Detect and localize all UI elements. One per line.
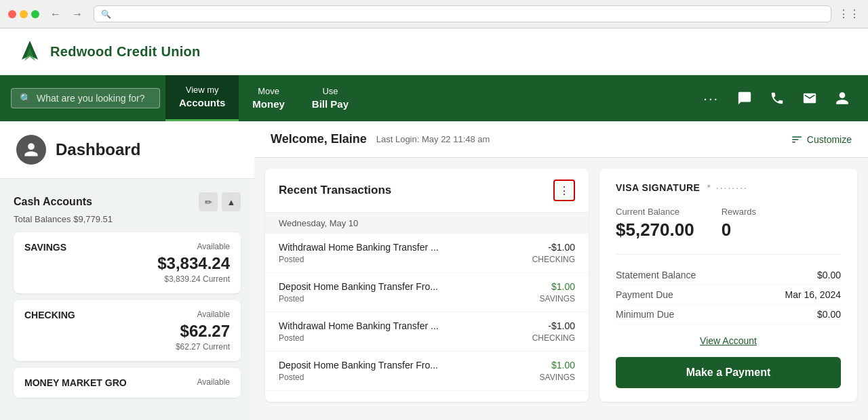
browser-chrome: ← → 🔍 ⋮⋮ bbox=[0, 0, 868, 28]
transactions-menu-button[interactable]: ⋮ bbox=[553, 180, 575, 201]
transaction-desc-1: Deposit Home Banking Transfer Fro... bbox=[279, 281, 438, 292]
user-icon bbox=[835, 91, 850, 106]
transaction-desc-2: Withdrawal Home Banking Transfer ... bbox=[279, 320, 439, 331]
welcome-bar: Welcome, Elaine Last Login: May 22 11:48… bbox=[254, 121, 868, 158]
view-account-button[interactable]: View Account bbox=[616, 335, 841, 346]
nav-item-billpay-bottom: Bill Pay bbox=[312, 98, 349, 111]
transaction-type-0: CHECKING bbox=[532, 255, 575, 264]
close-traffic-light[interactable] bbox=[8, 10, 16, 18]
nav-item-money-top: Move bbox=[258, 86, 279, 98]
rewards-label: Rewards bbox=[722, 207, 756, 217]
nav-icons: ··· bbox=[695, 83, 857, 113]
sidebar: Dashboard Cash Accounts ✏ ▲ Total Balanc… bbox=[0, 121, 254, 420]
make-payment-button[interactable]: Make a Payment bbox=[616, 357, 841, 388]
mail-button[interactable] bbox=[795, 83, 825, 113]
transaction-item-0[interactable]: Withdrawal Home Banking Transfer ... -$1… bbox=[265, 234, 589, 273]
payment-due-label: Payment Due bbox=[616, 289, 673, 300]
nav-item-accounts-top: View my bbox=[186, 85, 219, 96]
app-container: Redwood Credit Union 🔍 What are you look… bbox=[0, 28, 868, 420]
money-market-card[interactable]: MONEY MARKET GRO Available bbox=[14, 368, 241, 398]
transaction-item-3[interactable]: Deposit Home Banking Transfer Fro... $1.… bbox=[265, 352, 589, 391]
transaction-item-2[interactable]: Withdrawal Home Banking Transfer ... -$1… bbox=[265, 312, 589, 352]
nav-item-billpay[interactable]: Use Bill Pay bbox=[298, 75, 362, 121]
checking-current: $62.27 Current bbox=[24, 342, 230, 352]
forward-button[interactable]: → bbox=[68, 7, 87, 22]
transaction-type-2: CHECKING bbox=[532, 333, 575, 343]
address-input[interactable] bbox=[115, 9, 824, 19]
search-box[interactable]: 🔍 What are you looking for? bbox=[11, 88, 160, 108]
logo-text: Redwood Credit Union bbox=[50, 44, 201, 60]
checking-card[interactable]: CHECKING Available $62.27 $62.27 Current bbox=[14, 300, 241, 361]
dashboard-avatar bbox=[16, 135, 46, 165]
main-content: Welcome, Elaine Last Login: May 22 11:48… bbox=[254, 121, 868, 420]
chat-icon bbox=[737, 91, 752, 106]
panel-header: Recent Transactions ⋮ bbox=[265, 169, 589, 213]
checking-available-label: Available bbox=[197, 310, 230, 319]
transaction-amount-3: $1.00 bbox=[551, 360, 575, 371]
transaction-row-2: Withdrawal Home Banking Transfer ... -$1… bbox=[279, 320, 575, 331]
chat-button[interactable] bbox=[730, 83, 760, 113]
checking-card-header: CHECKING Available bbox=[24, 310, 230, 320]
mail-icon bbox=[802, 91, 817, 106]
phone-button[interactable] bbox=[762, 83, 792, 113]
nav-items: View my Accounts Move Money Use Bill Pay bbox=[165, 75, 431, 121]
last-login: Last Login: May 22 11:48 am bbox=[376, 134, 490, 144]
user-button[interactable] bbox=[827, 83, 857, 113]
nav-item-accounts[interactable]: View my Accounts bbox=[165, 75, 239, 121]
nav-more-button[interactable]: ··· bbox=[695, 91, 727, 106]
logo-icon bbox=[16, 38, 43, 65]
browser-menu-icon[interactable]: ⋮⋮ bbox=[838, 7, 860, 20]
cash-accounts-controls: ✏ ▲ bbox=[199, 192, 241, 211]
transaction-status-3: Posted bbox=[279, 373, 304, 382]
money-market-name: MONEY MARKET GRO bbox=[24, 377, 127, 388]
app-header: Redwood Credit Union bbox=[0, 28, 868, 75]
minimum-due-label: Minimum Due bbox=[616, 309, 674, 320]
transaction-status-1: Posted bbox=[279, 294, 304, 303]
collapse-button[interactable]: ▲ bbox=[222, 192, 241, 211]
avatar-icon bbox=[23, 142, 39, 158]
statement-balance-label: Statement Balance bbox=[616, 270, 696, 280]
savings-name: SAVINGS bbox=[24, 242, 66, 253]
visa-details: Statement Balance $0.00 Payment Due Mar … bbox=[616, 254, 841, 324]
customize-icon bbox=[791, 133, 803, 146]
nav-item-money[interactable]: Move Money bbox=[239, 75, 298, 121]
minimize-traffic-light[interactable] bbox=[20, 10, 28, 18]
edit-button[interactable]: ✏ bbox=[199, 192, 218, 211]
nav-item-money-bottom: Money bbox=[252, 98, 285, 111]
main-panels: Recent Transactions ⋮ Wednesday, May 10 … bbox=[254, 158, 868, 413]
money-market-available-label: Available bbox=[197, 377, 230, 388]
last-login-value: May 22 11:48 am bbox=[422, 134, 490, 144]
dashboard-header: Dashboard bbox=[0, 121, 254, 179]
cash-accounts-header: Cash Accounts ✏ ▲ bbox=[14, 192, 241, 211]
content-area: Dashboard Cash Accounts ✏ ▲ Total Balanc… bbox=[0, 121, 868, 420]
transaction-meta-3: Posted SAVINGS bbox=[279, 373, 575, 382]
date-separator: Wednesday, May 10 bbox=[265, 213, 589, 234]
savings-card[interactable]: SAVINGS Available $3,834.24 $3,839.24 Cu… bbox=[14, 232, 241, 293]
welcome-text: Welcome, Elaine Last Login: May 22 11:48… bbox=[271, 132, 490, 146]
customize-label: Customize bbox=[807, 134, 852, 145]
customize-button[interactable]: Customize bbox=[791, 133, 852, 146]
payment-due-value: Mar 16, 2024 bbox=[785, 289, 842, 300]
cash-accounts-title: Cash Accounts bbox=[14, 196, 92, 208]
visa-panel: VISA SIGNATURE * ········ Current Balanc… bbox=[599, 169, 857, 402]
transaction-row-0: Withdrawal Home Banking Transfer ... -$1… bbox=[279, 242, 575, 253]
fullscreen-traffic-light[interactable] bbox=[31, 10, 39, 18]
back-button[interactable]: ← bbox=[46, 7, 65, 22]
address-search-icon: 🔍 bbox=[101, 9, 111, 19]
visa-title: VISA SIGNATURE bbox=[616, 182, 700, 193]
total-balances: Total Balances $9,779.51 bbox=[14, 214, 241, 224]
current-balance-item: Current Balance $5,270.00 bbox=[616, 207, 694, 240]
savings-balance: $3,834.24 bbox=[24, 254, 230, 273]
address-bar[interactable]: 🔍 bbox=[94, 5, 831, 22]
transaction-row-3: Deposit Home Banking Transfer Fro... $1.… bbox=[279, 360, 575, 371]
dashboard-title: Dashboard bbox=[56, 140, 140, 159]
rewards-value: 0 bbox=[722, 219, 756, 240]
search-placeholder: What are you looking for? bbox=[37, 93, 145, 104]
visa-number: * ········ bbox=[707, 182, 747, 193]
transaction-amount-0: -$1.00 bbox=[548, 242, 575, 253]
transaction-meta-0: Posted CHECKING bbox=[279, 255, 575, 264]
current-balance-label: Current Balance bbox=[616, 207, 694, 217]
minimum-due-value: $0.00 bbox=[817, 309, 841, 320]
navbar: 🔍 What are you looking for? View my Acco… bbox=[0, 75, 868, 121]
transaction-item-1[interactable]: Deposit Home Banking Transfer Fro... $1.… bbox=[265, 273, 589, 312]
